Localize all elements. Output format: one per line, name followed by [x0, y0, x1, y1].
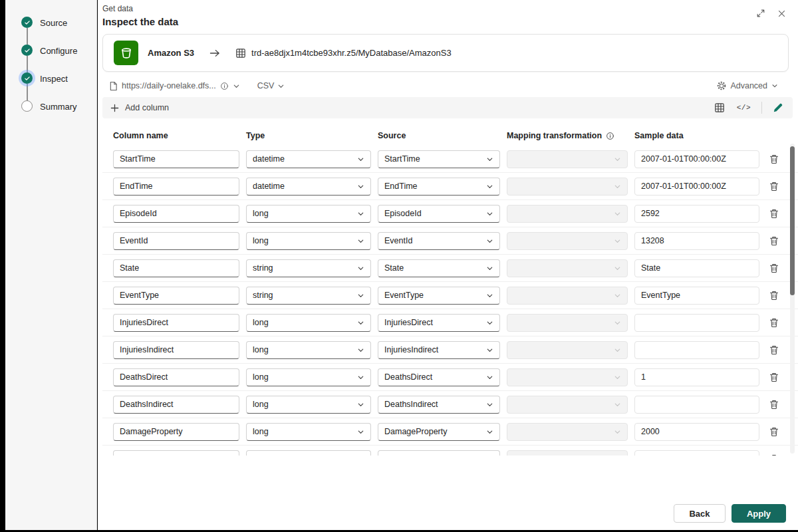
delete-row-button[interactable] [766, 425, 782, 438]
code-icon: </> [737, 104, 751, 112]
sample-data-input[interactable] [634, 423, 759, 441]
step-configure[interactable]: Configure [5, 45, 96, 72]
chevron-down-icon [357, 265, 364, 272]
delete-row-button[interactable] [766, 152, 782, 166]
expand-icon[interactable] [755, 7, 767, 19]
back-button[interactable]: Back [674, 504, 726, 523]
step-summary[interactable]: Summary [5, 100, 96, 128]
chevron-down-icon [486, 346, 493, 354]
scrollbar-thumb[interactable] [790, 146, 795, 295]
page-title: Inspect the data [102, 16, 798, 27]
table-row: string EventType [102, 282, 798, 309]
source-dropdown[interactable]: EventId [378, 232, 500, 250]
mapping-transformation-dropdown [507, 423, 628, 441]
column-name-input[interactable] [113, 178, 239, 196]
delete-row-button[interactable] [766, 370, 782, 384]
delete-row-button[interactable] [766, 180, 782, 193]
arrow-right-icon [209, 49, 221, 58]
header-type: Type [246, 131, 371, 140]
type-dropdown[interactable]: long [246, 232, 371, 250]
column-name-input[interactable] [113, 232, 239, 250]
format-dropdown[interactable]: CSV [257, 81, 285, 90]
mapping-transformation-dropdown [507, 150, 628, 168]
add-column-button[interactable]: Add column [110, 103, 169, 112]
close-icon[interactable] [776, 8, 787, 19]
trash-icon [769, 454, 779, 456]
type-dropdown[interactable]: long [246, 396, 371, 414]
column-name-input[interactable] [113, 287, 239, 305]
sample-data-input[interactable] [634, 178, 759, 196]
sample-data-input[interactable] [634, 450, 759, 456]
type-dropdown[interactable]: datetime [246, 178, 371, 196]
header-sample-data: Sample data [634, 131, 759, 140]
delete-row-button[interactable] [766, 289, 782, 302]
table-view-button[interactable] [713, 101, 726, 114]
sample-data-input[interactable] [634, 341, 759, 359]
delete-row-button[interactable] [766, 452, 782, 456]
column-name-input[interactable] [113, 150, 239, 168]
type-dropdown[interactable] [246, 450, 371, 456]
sample-data-input[interactable] [634, 396, 759, 414]
type-dropdown[interactable]: long [246, 205, 371, 223]
source-dropdown[interactable]: InjuriesDirect [378, 314, 500, 332]
type-dropdown[interactable]: long [246, 314, 371, 332]
column-name-input[interactable] [113, 205, 239, 223]
file-url-dropdown[interactable]: https://daily-onelake.dfs... [102, 81, 240, 91]
type-dropdown[interactable]: long [246, 423, 371, 441]
source-dropdown[interactable]: DamageProperty [378, 423, 500, 441]
chevron-down-icon [614, 183, 621, 190]
column-name-input[interactable] [113, 259, 239, 277]
step-source[interactable]: Source [5, 17, 96, 45]
source-dropdown[interactable]: EventType [378, 287, 500, 305]
type-dropdown[interactable]: datetime [246, 150, 371, 168]
table-row: datetime StartTime [102, 146, 798, 173]
scrollbar-track[interactable] [790, 144, 795, 454]
edit-mode-button[interactable] [771, 101, 785, 114]
source-dropdown[interactable]: InjuriesIndirect [378, 341, 500, 359]
mapping-transformation-dropdown [507, 314, 628, 332]
column-name-input[interactable] [113, 314, 239, 332]
step-inspect[interactable]: Inspect [5, 72, 96, 100]
trash-icon [769, 263, 779, 273]
delete-row-button[interactable] [766, 207, 782, 220]
sample-data-input[interactable] [634, 287, 759, 305]
advanced-button[interactable]: Advanced [717, 81, 778, 90]
type-dropdown[interactable]: string [246, 287, 371, 305]
delete-row-button[interactable] [766, 398, 782, 411]
delete-row-button[interactable] [766, 261, 782, 275]
source-dropdown[interactable]: State [378, 259, 500, 277]
chevron-down-icon [486, 237, 493, 245]
column-name-input[interactable] [113, 341, 239, 359]
source-dropdown[interactable] [378, 450, 500, 456]
sample-data-input[interactable] [634, 368, 759, 386]
trash-icon [769, 235, 779, 246]
chevron-down-icon [357, 156, 364, 163]
source-dropdown[interactable]: EndTime [378, 178, 500, 196]
column-name-input[interactable] [113, 423, 239, 441]
sample-data-input[interactable] [634, 232, 759, 250]
table-toolbar: Add column </> [102, 97, 793, 118]
delete-row-button[interactable] [766, 316, 782, 329]
type-dropdown[interactable]: string [246, 259, 371, 277]
source-dropdown[interactable]: DeathsIndirect [378, 396, 500, 414]
sample-data-input[interactable] [634, 205, 759, 223]
code-view-button[interactable]: </> [735, 102, 752, 113]
source-dropdown[interactable]: DeathsDirect [378, 368, 500, 386]
chevron-down-icon [486, 319, 493, 327]
column-name-input[interactable] [113, 368, 239, 386]
source-dropdown[interactable]: StartTime [378, 150, 500, 168]
apply-button[interactable]: Apply [732, 504, 786, 523]
type-dropdown[interactable]: long [246, 341, 371, 359]
sample-data-input[interactable] [634, 259, 759, 277]
column-name-input[interactable] [113, 450, 239, 456]
delete-row-button[interactable] [766, 234, 782, 247]
delete-row-button[interactable] [766, 343, 782, 356]
sample-data-input[interactable] [634, 314, 759, 332]
source-dropdown[interactable]: EpisodeId [378, 205, 500, 223]
column-name-input[interactable] [113, 396, 239, 414]
file-url-text: https://daily-onelake.dfs... [122, 81, 216, 90]
sample-data-input[interactable] [634, 150, 759, 168]
type-value: datetime [253, 182, 285, 191]
source-value: EpisodeId [384, 209, 422, 218]
type-dropdown[interactable]: long [246, 368, 371, 386]
